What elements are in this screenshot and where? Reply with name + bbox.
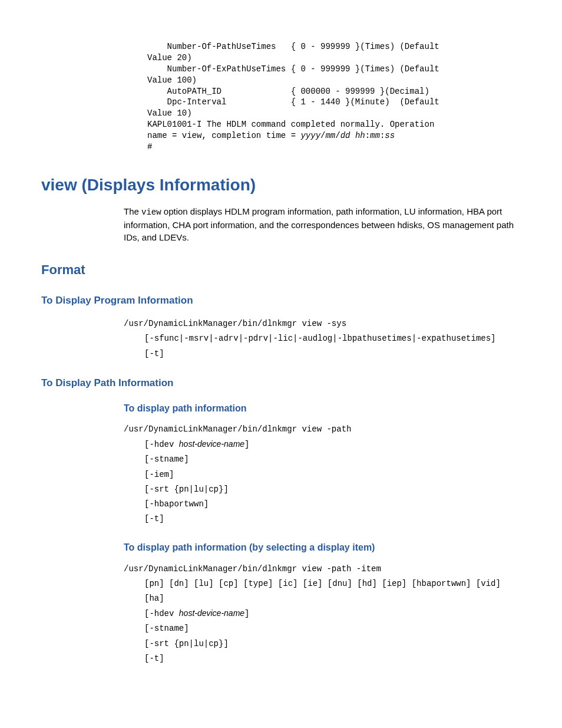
syntax-path: /usr/DynamicLinkManager/bin/dlnkmgr view…	[124, 422, 521, 526]
heading-path-info: To Display Path Information	[41, 376, 521, 390]
heading-view: view (Displays Information)	[41, 173, 521, 196]
heading-display-path: To display path information	[124, 402, 521, 415]
intro-paragraph: The view option displays HDLM program in…	[124, 205, 521, 243]
code-output-block: Number-Of-PathUseTimes { 0 - 999999 }(Ti…	[147, 41, 521, 153]
heading-display-path-item: To display path information (by selectin…	[124, 541, 521, 554]
syntax-path-item: /usr/DynamicLinkManager/bin/dlnkmgr view…	[124, 562, 521, 666]
syntax-program: /usr/DynamicLinkManager/bin/dlnkmgr view…	[124, 317, 521, 361]
heading-program-info: To Display Program Information	[41, 294, 521, 308]
heading-format: Format	[41, 261, 521, 279]
